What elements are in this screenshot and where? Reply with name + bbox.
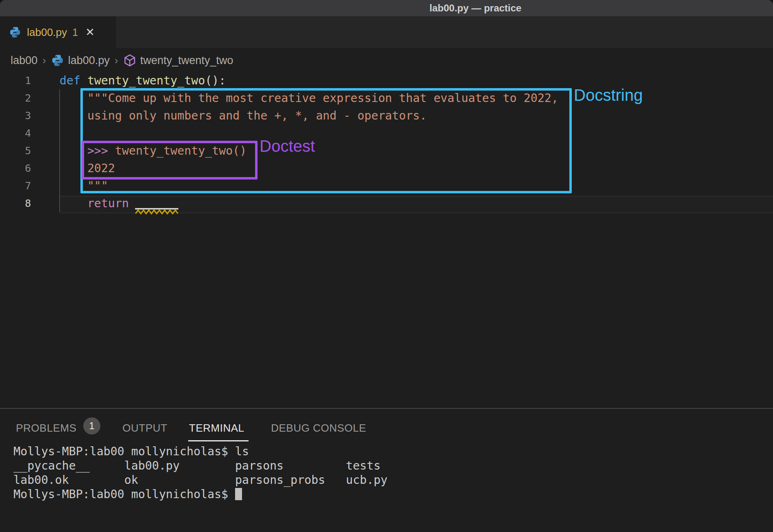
chevron-right-icon: › [42,54,46,67]
keyword-def: def [60,74,80,87]
window-title: lab00.py — practice [429,2,521,14]
panel-tab-output[interactable]: OUTPUT [122,421,167,435]
line-number: 2 [0,89,31,107]
terminal-line: Mollys-MBP:lab00 mollynicholas$ [13,487,387,501]
tab-warning-badge: 1 [72,27,78,38]
line-number-active: 8 [0,195,31,212]
tab-lab00-py[interactable]: lab00.py 1 ✕ [0,16,116,48]
doctest-annotation-label: Doctest [260,137,315,155]
title-bar: lab00.py — practice [0,0,773,16]
problems-count-badge: 1 [83,417,100,434]
terminal-line: Mollys-MBP:lab00 mollynicholas$ ls [13,444,387,459]
terminal-cursor [235,488,242,500]
bottom-panel: PROBLEMS 1 OUTPUT TERMINAL DEBUG CONSOLE… [0,408,773,532]
breadcrumb: lab00 › lab00.py › twenty_twenty_two [0,48,773,73]
line-number: 3 [0,107,31,124]
tab-label: lab00.py [27,26,67,39]
panel-tab-terminal[interactable]: TERMINAL [189,421,244,435]
editor-tab-strip: lab00.py 1 ✕ [0,16,773,48]
line-number: 6 [0,160,31,177]
python-icon [9,26,21,38]
breadcrumb-symbol[interactable]: twenty_twenty_two [140,54,233,67]
line-number: 5 [0,142,31,160]
symbol-cube-icon [123,54,136,67]
line-number: 1 [0,72,31,89]
line-number: 7 [0,177,31,195]
breadcrumb-file[interactable]: lab00.py [68,54,110,67]
panel-tab-problems[interactable]: PROBLEMS [16,421,77,435]
line-number: 4 [0,124,31,142]
terminal-line: lab00.ok ok parsons_probs ucb.py [13,473,387,487]
function-name: twenty_twenty_two [80,74,205,87]
code-line-1: 1 def twenty_twenty_two(): [0,72,773,89]
code-line-8: 8 return [0,195,773,212]
panel-tab-debug-console[interactable]: DEBUG CONSOLE [271,421,366,435]
chevron-right-icon: › [115,54,118,67]
keyword-return: return [60,195,129,212]
code-editor[interactable]: 1 def twenty_twenty_two(): 2 """Come up … [0,73,773,408]
doctest-annotation-box [82,141,258,180]
punctuation: (): [205,74,226,87]
terminal-output[interactable]: Mollys-MBP:lab00 mollynicholas$ ls __pyc… [13,444,387,501]
python-icon [51,54,64,67]
docstring-annotation-label: Docstring [574,86,643,104]
vscode-window: lab00.py — practice lab00.py 1 ✕ lab00 ›… [0,0,773,532]
warning-squiggle [135,208,178,215]
breadcrumb-folder[interactable]: lab00 [11,54,38,67]
terminal-line: __pycache__ lab00.py parsons tests [13,459,387,473]
close-icon[interactable]: ✕ [85,27,95,38]
active-tab-underline [188,440,249,441]
